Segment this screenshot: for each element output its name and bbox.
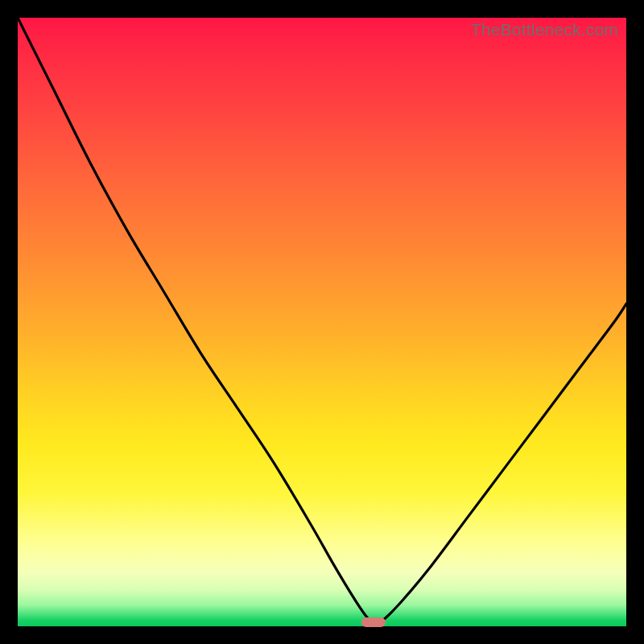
- minimum-marker: [361, 617, 386, 627]
- plot-area: TheBottleneck.com: [18, 18, 626, 626]
- bottleneck-curve: [18, 18, 626, 626]
- chart-frame: TheBottleneck.com: [0, 0, 644, 644]
